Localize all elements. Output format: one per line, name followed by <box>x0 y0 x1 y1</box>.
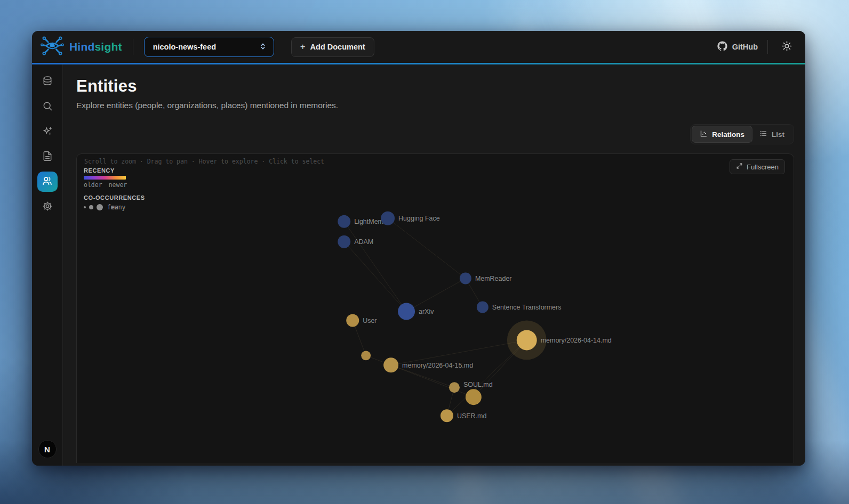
graph-node-label: SOUL.md <box>463 381 493 388</box>
graph-node-MemReader[interactable] <box>460 273 471 284</box>
document-icon <box>42 151 53 163</box>
sidebar-item-documents[interactable] <box>37 147 58 167</box>
github-label: GitHub <box>732 43 758 51</box>
add-document-label: Add Document <box>310 43 365 51</box>
sidebar-item-insights[interactable] <box>37 121 58 142</box>
entity-graph-panel: Scroll to zoom · Drag to pan · Hover to … <box>76 153 794 463</box>
medium-dot <box>89 205 93 209</box>
search-icon <box>42 101 53 113</box>
graph-node-label: MemReader <box>475 275 512 282</box>
avatar-letter: N <box>44 445 50 454</box>
graph-node-memory/2026-04-14.md[interactable] <box>517 330 537 350</box>
graph-node-memory/2026-04-15.md[interactable] <box>383 357 398 372</box>
users-icon <box>42 175 53 188</box>
add-document-button[interactable]: + Add Document <box>291 37 374 57</box>
cooccurrences-scale: fewmany <box>84 204 145 211</box>
header-divider <box>133 39 133 55</box>
graph-node-label: LightMem <box>354 218 383 225</box>
sun-icon <box>782 41 792 53</box>
database-icon <box>42 76 53 88</box>
graph-edge <box>391 365 474 397</box>
graph-node-Sentence Transformers[interactable] <box>477 302 488 313</box>
graph-node-User[interactable] <box>346 314 359 327</box>
tab-list-label: List <box>772 131 784 139</box>
tab-relations[interactable]: Relations <box>692 126 752 142</box>
graph-edge <box>344 222 406 312</box>
graph-node-label: USER.md <box>457 412 486 420</box>
chevron-up-down-icon <box>259 42 267 52</box>
graph-node[interactable] <box>466 389 482 405</box>
github-icon <box>717 41 727 53</box>
brand: Hindsight <box>41 36 122 58</box>
small-dot <box>84 206 86 208</box>
graph-node-label: arXiv <box>419 308 434 315</box>
graph-node-SOUL.md[interactable] <box>449 382 460 393</box>
sidebar-item-entities[interactable] <box>37 172 58 192</box>
github-link[interactable]: GitHub <box>717 41 758 53</box>
graph-edge <box>388 218 466 279</box>
recency-legend-title: RECENCY <box>84 167 145 174</box>
fullscreen-label: Fullscreen <box>747 163 779 171</box>
graph-node-ADAM[interactable] <box>338 235 350 248</box>
recency-gradient-bar <box>84 176 126 180</box>
hindsight-logo-icon <box>41 36 64 58</box>
graph-node[interactable] <box>361 351 371 360</box>
app-header: Hindsight nicolo-news-feed + Add Documen… <box>32 31 805 63</box>
scatter-chart-icon <box>700 129 708 139</box>
large-dot <box>97 204 103 210</box>
graph-node-USER.md[interactable] <box>440 409 453 422</box>
main-content: Entities Explore entities (people, organ… <box>63 63 805 466</box>
tab-relations-label: Relations <box>712 131 744 139</box>
sidebar-item-search[interactable] <box>37 96 58 117</box>
graph-legend: RECENCY oldernewer CO-OCCURRENCES fewman… <box>84 167 145 211</box>
page-subtitle: Explore entities (people, organizations,… <box>76 101 794 110</box>
cooccurrences-legend-title: CO-OCCURRENCES <box>84 194 145 201</box>
sidebar: N <box>32 63 63 466</box>
graph-node-label: memory/2026-04-14.md <box>541 337 612 344</box>
graph-node-label: ADAM <box>354 238 373 246</box>
app-window: Hindsight nicolo-news-feed + Add Documen… <box>32 31 805 466</box>
project-select-value: nicolo-news-feed <box>153 43 216 51</box>
header-divider <box>767 40 768 54</box>
gear-icon <box>42 201 53 213</box>
graph-node-LightMem[interactable] <box>338 215 350 228</box>
user-avatar[interactable]: N <box>38 440 57 458</box>
recency-scale-labels: oldernewer <box>84 181 145 189</box>
graph-edge <box>344 242 406 312</box>
expand-icon <box>736 162 743 171</box>
sidebar-item-memories[interactable] <box>37 71 58 92</box>
graph-hint: Scroll to zoom · Drag to pan · Hover to … <box>84 158 324 165</box>
project-select[interactable]: nicolo-news-feed <box>144 37 274 57</box>
plus-icon: + <box>300 42 306 52</box>
graph-node-label: User <box>363 317 377 324</box>
brand-name: Hindsight <box>69 40 122 53</box>
tab-list[interactable]: List <box>752 126 792 142</box>
graph-node-label: Hugging Face <box>398 215 440 222</box>
sidebar-item-settings[interactable] <box>37 197 58 217</box>
fullscreen-button[interactable]: Fullscreen <box>730 159 785 174</box>
sparkles-icon <box>42 126 53 138</box>
page-title: Entities <box>76 77 794 96</box>
entity-relations-graph[interactable]: LightMemHugging FaceADAMMemReaderSentenc… <box>77 154 794 463</box>
graph-node-arXiv[interactable] <box>398 303 415 320</box>
theme-toggle-button[interactable] <box>778 38 796 56</box>
graph-edge <box>406 279 466 312</box>
graph-node-Hugging Face[interactable] <box>381 212 395 225</box>
graph-node-label: Sentence Transformers <box>492 304 562 311</box>
graph-node-label: memory/2026-04-15.md <box>402 362 473 369</box>
view-tab-group: Relations List <box>690 124 794 144</box>
list-icon <box>759 129 767 139</box>
